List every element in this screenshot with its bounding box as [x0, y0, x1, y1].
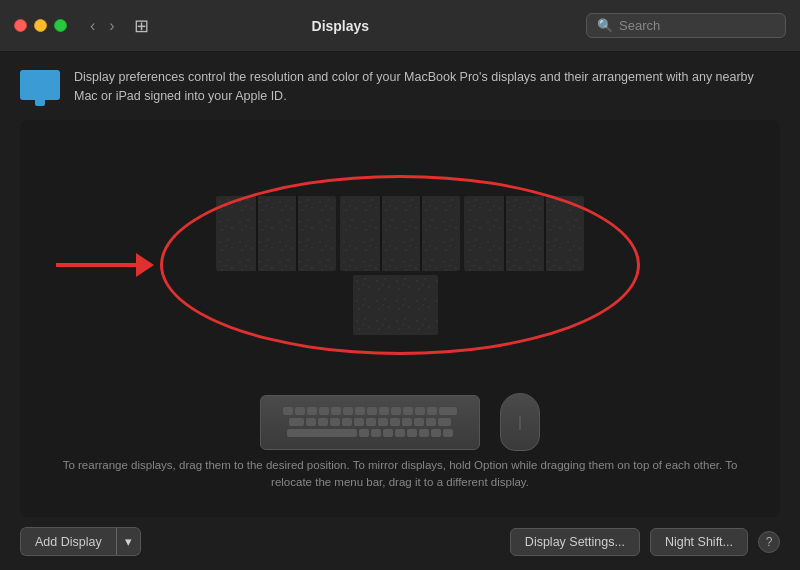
- peripherals-area: [260, 393, 540, 451]
- keyboard-icon: [260, 395, 480, 450]
- arrow-head: [136, 253, 154, 277]
- help-button[interactable]: ?: [758, 531, 780, 553]
- night-shift-button[interactable]: Night Shift...: [650, 528, 748, 556]
- titlebar: ‹ › ⊞ Displays 🔍: [0, 0, 800, 52]
- search-box: 🔍: [586, 13, 786, 38]
- displays-canvas: To rearrange displays, drag them to the …: [20, 120, 780, 518]
- back-button[interactable]: ‹: [85, 16, 100, 36]
- window-title: Displays: [165, 18, 516, 34]
- add-display-group: Add Display ▾: [20, 527, 141, 556]
- search-icon: 🔍: [597, 18, 613, 33]
- keyboard-row-1: [283, 407, 457, 415]
- arrow-line: [56, 263, 136, 267]
- bottom-toolbar: Add Display ▾ Display Settings... Night …: [20, 517, 780, 556]
- nav-arrows: ‹ ›: [85, 16, 120, 36]
- add-display-button[interactable]: Add Display: [20, 527, 116, 556]
- grid-icon[interactable]: ⊞: [134, 15, 149, 37]
- close-button[interactable]: [14, 19, 27, 32]
- traffic-lights: [14, 19, 67, 32]
- red-ellipse: [160, 175, 640, 355]
- main-content: Display preferences control the resoluti…: [0, 52, 800, 570]
- forward-button[interactable]: ›: [104, 16, 119, 36]
- keyboard-row-3: [287, 429, 453, 437]
- mouse-icon: [500, 393, 540, 451]
- red-arrow: [56, 253, 154, 277]
- arrangement-area: [36, 145, 764, 385]
- maximize-button[interactable]: [54, 19, 67, 32]
- instruction-text: To rearrange displays, drag them to the …: [36, 457, 764, 492]
- search-input[interactable]: [619, 18, 775, 33]
- minimize-button[interactable]: [34, 19, 47, 32]
- add-display-dropdown[interactable]: ▾: [116, 527, 141, 556]
- info-text: Display preferences control the resoluti…: [74, 68, 780, 106]
- display-settings-button[interactable]: Display Settings...: [510, 528, 640, 556]
- info-bar: Display preferences control the resoluti…: [20, 68, 780, 106]
- keyboard-row-2: [289, 418, 451, 426]
- display-icon: [20, 70, 60, 100]
